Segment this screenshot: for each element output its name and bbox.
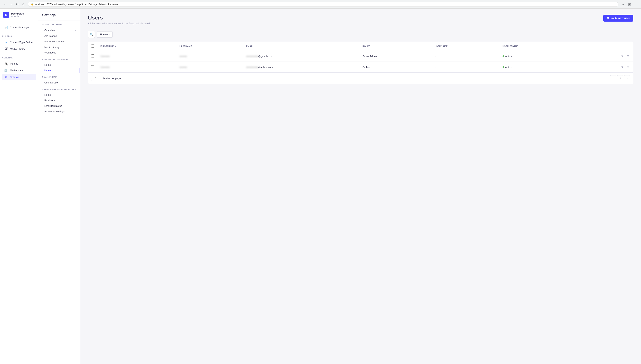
sidebar: D Dashboard Workplace 📄 Content Manager … — [0, 8, 38, 364]
row2-checkbox-cell — [88, 62, 97, 72]
settings-nav-internationalization[interactable]: Internationalization — [38, 39, 80, 44]
sidebar-item-content-manager[interactable]: 📄 Content Manager — [2, 24, 36, 31]
row2-firstname-cell: S●●●●● — [97, 62, 176, 72]
refresh-button[interactable]: ↻ — [15, 2, 20, 7]
search-icon: 🔍 — [90, 33, 93, 36]
row2-actions-cell: ✎ 🗑 — [577, 62, 633, 72]
search-button[interactable]: 🔍 — [88, 31, 95, 38]
settings-nav-webhooks[interactable]: Webhooks — [38, 50, 80, 56]
settings-nav-up-roles[interactable]: Roles — [38, 92, 80, 98]
sidebar-item-content-type-builder[interactable]: 🔹 Content-Type Builder — [2, 39, 36, 46]
sidebar-item-settings[interactable]: ⚙ Settings — [2, 74, 36, 80]
firstname-header[interactable]: FIRSTNAME ▼ — [97, 42, 176, 51]
internationalization-label: Internationalization — [44, 40, 65, 43]
settings-nav-roles[interactable]: Roles — [38, 62, 80, 68]
sort-icon: ▼ — [115, 45, 117, 47]
row1-delete-button[interactable]: 🗑 — [626, 54, 630, 58]
back-button[interactable]: ← — [2, 2, 8, 7]
row2-email-domain: @yahoo.com — [258, 66, 273, 68]
page-title-group: Users All the users who have access to t… — [88, 15, 150, 25]
username-column-label: USERNAME — [435, 45, 448, 47]
logo-subtitle: Workplace — [11, 15, 24, 18]
invite-new-user-button[interactable]: ✉ Invite new user — [603, 15, 633, 22]
roles-header: ROLES — [359, 42, 432, 51]
row2-status-badge: Active — [503, 66, 574, 68]
row1-lastname: ●●●●● — [179, 55, 187, 58]
settings-nav-advanced-settings[interactable]: Advanced settings — [38, 109, 80, 114]
row1-edit-button[interactable]: ✎ — [620, 54, 624, 58]
page-subtitle: All the users who have access to the Str… — [88, 22, 150, 25]
sidebar-item-marketplace[interactable]: 🛒 Marketplace — [2, 67, 36, 74]
lastname-header: LASTNAME — [176, 42, 243, 51]
browser-nav-buttons: ← → ↻ ⌂ — [2, 2, 26, 7]
extensions-button[interactable]: ▣ — [627, 2, 632, 7]
overview-label: Overview — [44, 29, 55, 32]
prev-page-button[interactable]: ‹ — [610, 75, 616, 81]
firstname-column-label: FIRSTNAME — [100, 45, 114, 47]
invite-button-label: Invite new user — [611, 16, 630, 20]
table-row: S●●●●● ●●●●● ●●●●●●●●@gmail.com Super Ad… — [88, 51, 633, 62]
email-plugin-label: EMAIL PLUGIN — [38, 76, 80, 78]
sidebar-item-label: Media Library — [10, 48, 25, 50]
toolbar: 🔍 ☰ Filters — [88, 31, 633, 38]
row1-email-prefix: ●●●●●●●● — [246, 55, 258, 58]
entries-per-page-select[interactable]: 10 25 50 — [91, 76, 101, 81]
filters-button[interactable]: ☰ Filters — [97, 31, 113, 38]
table-row: S●●●●● ●●●●● ●●●●●●●●@yahoo.com Author - — [88, 62, 633, 72]
next-page-button[interactable]: › — [624, 75, 630, 81]
settings-nav-media-library[interactable]: Media Library — [38, 44, 80, 50]
settings-nav-users[interactable]: Users — [38, 68, 80, 73]
providers-label: Providers — [44, 99, 55, 102]
star-button[interactable]: ★ — [620, 2, 626, 7]
row2-username: - — [435, 66, 436, 68]
actions-header — [577, 42, 633, 51]
settings-nav-email-templates[interactable]: Email templates — [38, 103, 80, 109]
filter-icon: ☰ — [100, 33, 102, 36]
row1-username-cell: - — [432, 51, 500, 62]
sidebar-item-label: Plugins — [10, 62, 18, 65]
api-tokens-label: API Tokens — [44, 34, 57, 38]
settings-nav-api-tokens[interactable]: API Tokens — [38, 33, 80, 39]
settings-nav-providers[interactable]: Providers — [38, 98, 80, 103]
up-roles-label: Roles — [44, 94, 51, 96]
row2-status-cell: Active — [500, 62, 577, 72]
roles-column-label: ROLES — [362, 45, 370, 47]
row2-checkbox[interactable] — [91, 65, 94, 68]
sidebar-item-label: Content Manager — [10, 26, 29, 29]
settings-panel-title: Settings — [38, 13, 80, 20]
sidebar-item-label: Settings — [10, 76, 19, 78]
home-button[interactable]: ⌂ — [21, 2, 26, 7]
address-bar[interactable]: 🔒 localhost:1337/admin/settings/users?pa… — [28, 2, 618, 7]
media-library-icon: 🖼 — [4, 47, 8, 50]
app-container: D Dashboard Workplace 📄 Content Manager … — [0, 8, 641, 364]
username-header: USERNAME — [432, 42, 500, 51]
user-status-header: USER STATUS — [500, 42, 577, 51]
content-manager-icon: 📄 — [4, 26, 8, 29]
settings-nav-configuration[interactable]: Configuration — [38, 80, 80, 85]
forward-button[interactable]: → — [9, 2, 14, 7]
row2-delete-button[interactable]: 🗑 — [626, 65, 630, 69]
logo-title: Dashboard — [11, 12, 24, 15]
browser-chrome: ← → ↻ ⌂ 🔒 localhost:1337/admin/settings/… — [0, 0, 641, 8]
sidebar-item-media-library[interactable]: 🖼 Media Library — [2, 46, 36, 52]
settings-nav-overview[interactable]: Overview • — [38, 27, 80, 33]
general-section-label: GENERAL — [2, 57, 36, 59]
advanced-settings-label: Advanced settings — [44, 110, 65, 113]
select-all-checkbox[interactable] — [91, 44, 94, 48]
row2-email-cell: ●●●●●●●●@yahoo.com — [243, 62, 359, 72]
sidebar-item-plugins[interactable]: 🔌 Plugins — [2, 60, 36, 67]
row2-roles: Author — [362, 66, 370, 68]
row2-edit-button[interactable]: ✎ — [620, 65, 624, 69]
logo-icon: D — [3, 12, 9, 18]
row2-email-prefix: ●●●●●●●● — [246, 66, 258, 68]
lock-icon: 🔒 — [31, 3, 34, 6]
settings-panel: Settings GLOBAL SETTINGS Overview • API … — [38, 8, 80, 364]
row1-status-cell: Active — [500, 51, 577, 62]
row1-firstname: S●●●●● — [100, 55, 110, 58]
row1-checkbox[interactable] — [91, 54, 94, 58]
row1-lastname-cell: ●●●●● — [176, 51, 243, 62]
current-page: 1 — [617, 75, 623, 81]
sidebar-logo: D Dashboard Workplace — [0, 8, 38, 21]
menu-button[interactable]: ⋮ — [633, 2, 639, 7]
row2-status-dot — [503, 66, 504, 68]
